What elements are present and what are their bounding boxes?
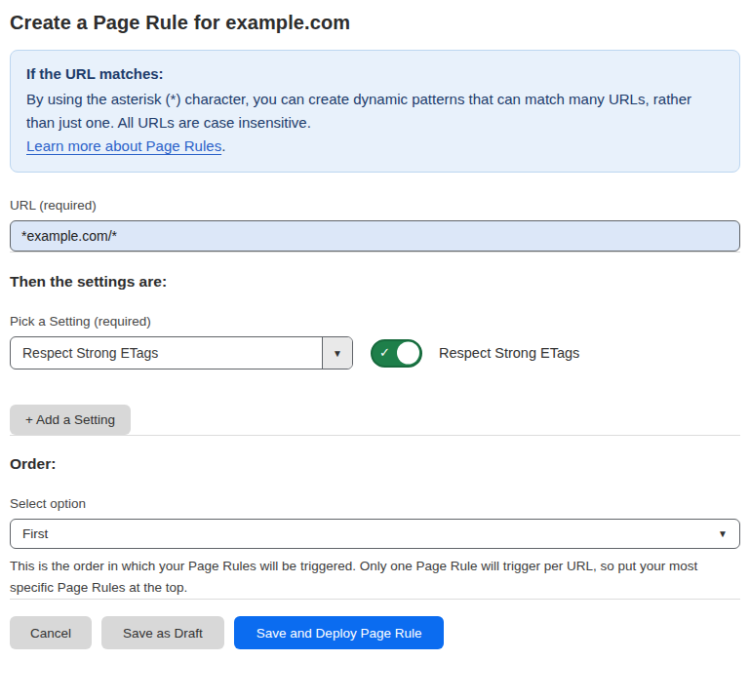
divider: [10, 599, 740, 600]
info-box-link-line: Learn more about Page Rules.: [26, 135, 724, 158]
dropdown-arrow-icon[interactable]: ▼: [322, 337, 352, 369]
divider: [10, 435, 740, 436]
save-and-deploy-button[interactable]: Save and Deploy Page Rule: [234, 616, 445, 649]
order-section-heading: Order:: [10, 455, 740, 473]
toggle-label: Respect Strong ETags: [439, 345, 579, 361]
info-box-heading: If the URL matches:: [26, 62, 724, 86]
url-field-label: URL (required): [10, 198, 740, 213]
save-as-draft-button[interactable]: Save as Draft: [101, 616, 224, 649]
check-icon: ✓: [379, 346, 390, 359]
setting-toggle[interactable]: ✓: [371, 339, 422, 368]
info-box-body: By using the asterisk (*) character, you…: [26, 88, 724, 135]
footer-actions: Cancel Save as Draft Save and Deploy Pag…: [10, 616, 740, 649]
toggle-knob: [397, 342, 419, 365]
link-period: .: [221, 137, 225, 154]
divider: [10, 252, 740, 253]
order-select-label: Select option: [10, 496, 740, 511]
add-setting-button[interactable]: + Add a Setting: [10, 405, 131, 435]
setting-row: Respect Strong ETags ▼ ✓ Respect Strong …: [10, 336, 740, 369]
url-input[interactable]: [10, 220, 740, 252]
setting-picker-label: Pick a Setting (required): [10, 314, 740, 329]
url-match-info-box: If the URL matches: By using the asteris…: [10, 50, 740, 173]
learn-more-link[interactable]: Learn more about Page Rules: [26, 137, 221, 154]
create-page-rule-panel: Create a Page Rule for example.com If th…: [0, 0, 750, 649]
cancel-button[interactable]: Cancel: [10, 616, 92, 649]
setting-dropdown-value: Respect Strong ETags: [11, 337, 322, 369]
order-select[interactable]: First ▼: [10, 519, 740, 549]
setting-dropdown[interactable]: Respect Strong ETags ▼: [10, 336, 353, 369]
page-title: Create a Page Rule for example.com: [10, 12, 740, 34]
chevron-down-icon: ▼: [718, 528, 728, 539]
order-select-value: First: [22, 526, 48, 541]
settings-section-heading: Then the settings are:: [10, 273, 740, 291]
order-help-text: This is the order in which your Page Rul…: [10, 556, 736, 599]
